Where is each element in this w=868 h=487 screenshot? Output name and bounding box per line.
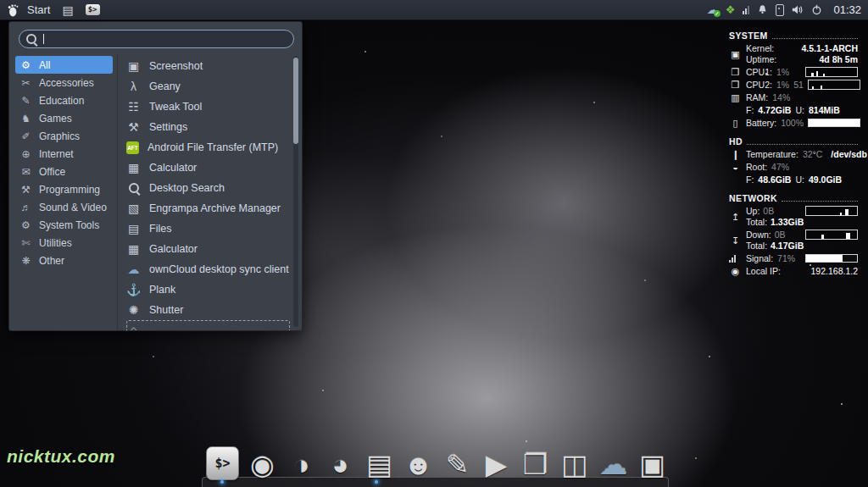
dock-file-manager[interactable]: ▤ bbox=[364, 448, 395, 480]
category-games[interactable]: ♞Games bbox=[15, 109, 113, 127]
category-other[interactable]: ❋Other bbox=[15, 252, 113, 269]
dock-mascot-app[interactable]: ☻ bbox=[403, 448, 434, 480]
app-partial-row[interactable]: ⌂ bbox=[126, 320, 290, 331]
panel-left: Start ▤ $> bbox=[0, 3, 100, 17]
device-lock-icon[interactable] bbox=[776, 4, 784, 16]
start-label: Start bbox=[27, 3, 50, 16]
app-list: ▣Screenshot λGeany ☷Tweak Tool ⚒Settings… bbox=[117, 54, 302, 330]
package-tray-icon[interactable]: ❖ bbox=[726, 4, 736, 15]
disk-icon: ◒ bbox=[729, 162, 742, 172]
app-tweak-tool[interactable]: ☷Tweak Tool bbox=[126, 97, 290, 117]
category-utilities[interactable]: ✄Utilities bbox=[15, 234, 113, 252]
distro-foot-icon bbox=[7, 3, 20, 17]
geany-icon: λ bbox=[126, 80, 141, 93]
battery-icon: ▯ bbox=[729, 118, 742, 128]
dock-owncloud[interactable]: ☁ bbox=[598, 448, 629, 480]
temperature-row: ❙ Temperature: 32°C /dev/sdb bbox=[729, 149, 858, 159]
category-office[interactable]: ✉Office bbox=[15, 163, 113, 180]
text-caret bbox=[43, 34, 44, 44]
calculator-icon: ▦ bbox=[126, 161, 141, 174]
scissors-icon: ✂ bbox=[19, 77, 32, 89]
category-list: ⚙All ✂Accessories ✎Education ♞Games ✐Gra… bbox=[9, 54, 117, 330]
file-cabinet-icon: ▤ bbox=[126, 222, 141, 235]
category-internet[interactable]: ⊕Internet bbox=[15, 145, 113, 163]
notifications-bell-icon[interactable] bbox=[757, 4, 768, 15]
search-icon bbox=[26, 34, 36, 44]
menu-body: ⚙All ✂Accessories ✎Education ♞Games ✐Gra… bbox=[9, 54, 302, 330]
dock-documents[interactable]: ❐ bbox=[520, 448, 551, 480]
root-row: ◒ Root: 47% bbox=[729, 162, 858, 172]
firefox-icon: ◕ bbox=[332, 451, 349, 479]
search-input[interactable] bbox=[19, 30, 294, 48]
location-pin-icon: ◉ bbox=[729, 266, 742, 276]
app-files[interactable]: ▤Files bbox=[126, 219, 290, 239]
cpu-icon: ❒ bbox=[729, 67, 742, 77]
monitor-icon: ▣ bbox=[126, 59, 141, 73]
app-menu: ⚙All ✂Accessories ✎Education ♞Games ✐Gra… bbox=[8, 21, 303, 331]
app-calculator[interactable]: ▦Calculator bbox=[126, 158, 290, 178]
cpu2-row: ❒ CPU2: 1% 51 bbox=[729, 80, 858, 90]
terminal-launcher-icon[interactable]: $> bbox=[86, 4, 100, 15]
signal-row: Signal: 71% bbox=[729, 253, 858, 263]
app-desktop-search[interactable]: Desktop Search bbox=[126, 178, 290, 198]
app-settings[interactable]: ⚒Settings bbox=[126, 117, 290, 137]
app-engrampa[interactable]: ▧Engrampa Archive Manager bbox=[126, 198, 290, 219]
dock-web-browser[interactable]: ◑ bbox=[286, 448, 317, 480]
dock-terminal[interactable]: $> bbox=[206, 446, 239, 480]
app-owncloud[interactable]: ☁ownCloud desktop sync client bbox=[126, 259, 290, 279]
music-icon: ♬ bbox=[19, 202, 32, 213]
dock-chromium[interactable]: ◉ bbox=[247, 448, 278, 480]
scrollbar-track[interactable] bbox=[293, 56, 298, 327]
category-system-tools[interactable]: ⚙System Tools bbox=[15, 216, 113, 234]
local-ip-row: ◉ Local IP: 192.168.1.2 bbox=[729, 266, 858, 276]
tools-icon: ⚒ bbox=[126, 120, 141, 134]
knight-icon: ♞ bbox=[19, 113, 32, 125]
anchor-icon: ⚓ bbox=[126, 283, 141, 296]
gear-icon: ⚙ bbox=[19, 219, 32, 231]
archive-icon: ▧ bbox=[126, 202, 141, 215]
running-indicator bbox=[220, 480, 224, 484]
scrollbar-thumb[interactable] bbox=[293, 58, 298, 144]
app-screenshot[interactable]: ▣Screenshot bbox=[126, 56, 290, 76]
cloud-sync-icon[interactable]: ☁ ✓ bbox=[707, 4, 718, 15]
power-icon[interactable] bbox=[811, 4, 822, 15]
watermark: nicktux.com bbox=[7, 446, 115, 467]
battery-bar bbox=[808, 119, 860, 127]
clock[interactable]: 01:32 bbox=[833, 3, 861, 16]
app-shutter[interactable]: ✺Shutter bbox=[126, 300, 290, 320]
asterisk-icon: ❋ bbox=[19, 255, 32, 267]
category-all[interactable]: ⚙All bbox=[15, 56, 113, 74]
chromium-icon: ◉ bbox=[250, 451, 275, 479]
android-icon: AFT bbox=[126, 141, 139, 154]
app-galculator[interactable]: ▦Galculator bbox=[126, 239, 290, 259]
download-row: ↧ Down:0B Total:4.17GiB bbox=[729, 230, 858, 251]
start-button[interactable]: Start bbox=[7, 3, 50, 17]
app-plank[interactable]: ⚓Plank bbox=[126, 279, 290, 300]
dock-gimp[interactable]: ✎ bbox=[442, 448, 473, 480]
cpu1-graph bbox=[805, 67, 858, 77]
files-launcher-icon[interactable]: ▤ bbox=[62, 4, 73, 16]
category-programming[interactable]: ⚒Programming bbox=[15, 180, 113, 198]
category-accessories[interactable]: ✂Accessories bbox=[15, 74, 113, 91]
battery-row: ▯ Battery: 100% bbox=[729, 118, 858, 128]
category-sound-video[interactable]: ♬Sound & Video bbox=[15, 198, 113, 216]
category-education[interactable]: ✎Education bbox=[15, 91, 113, 109]
dock-screenshot-tool[interactable]: ▣ bbox=[637, 448, 668, 480]
pages-icon: ❐ bbox=[523, 451, 548, 479]
calculator-icon: ▦ bbox=[126, 242, 141, 256]
dock-reader[interactable]: ◫ bbox=[559, 448, 590, 480]
network-signal-icon[interactable] bbox=[743, 6, 749, 14]
envelope-icon: ✉ bbox=[19, 166, 32, 178]
dock-firefox[interactable]: ◕ bbox=[325, 448, 356, 480]
dock-media-player[interactable]: ▶ bbox=[481, 448, 512, 480]
app-geany[interactable]: λGeany bbox=[126, 76, 290, 97]
category-graphics[interactable]: ✐Graphics bbox=[15, 127, 113, 145]
upload-row: ↥ Up:0B Total:1.33GiB bbox=[729, 206, 858, 227]
cloud-icon: ☁ bbox=[126, 263, 141, 276]
play-icon: ▶ bbox=[486, 451, 507, 479]
sync-ok-badge: ✓ bbox=[714, 10, 721, 17]
app-android-file-transfer[interactable]: AFTAndroid File Transfer (MTP) bbox=[126, 137, 290, 158]
ram-detail-row: F: 4.72GiB U: 814MiB bbox=[729, 105, 858, 115]
mascot-icon: ☻ bbox=[403, 451, 433, 479]
volume-icon[interactable] bbox=[792, 4, 804, 15]
